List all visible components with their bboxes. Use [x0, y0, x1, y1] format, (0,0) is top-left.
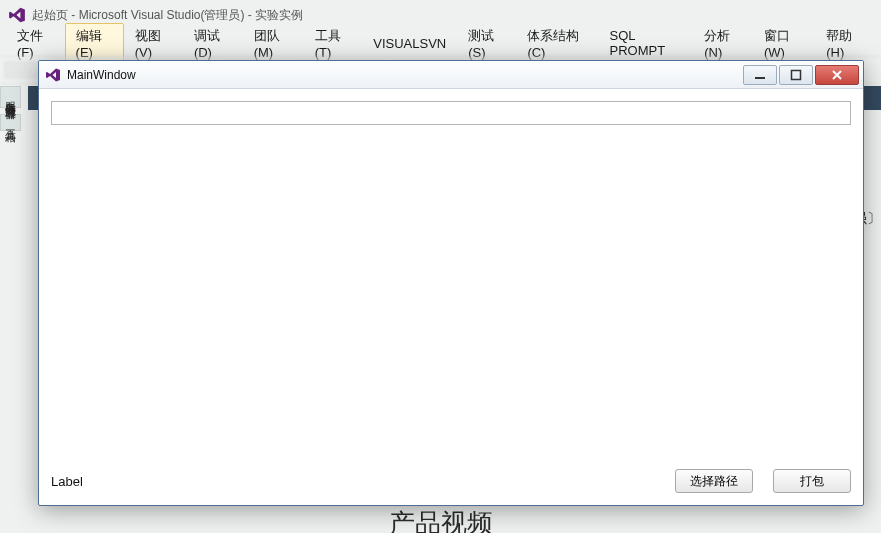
select-path-button[interactable]: 选择路径: [675, 469, 753, 493]
dialog-body: Label 选择路径 打包: [39, 89, 863, 505]
dialog-bottom-row: Label 选择路径 打包: [51, 457, 851, 493]
menu-visualsvn[interactable]: VISUALSVN: [362, 32, 457, 55]
path-label: Label: [51, 474, 83, 489]
dialog-titlebar[interactable]: MainWindow: [39, 61, 863, 89]
minimize-button[interactable]: [743, 65, 777, 85]
vs-title-text: 起始页 - Microsoft Visual Studio(管理员) - 实验实…: [32, 7, 303, 24]
maximize-icon: [790, 69, 802, 81]
pack-button[interactable]: 打包: [773, 469, 851, 493]
path-input[interactable]: [51, 101, 851, 125]
dialog-title: MainWindow: [67, 68, 743, 82]
close-icon: [831, 69, 843, 81]
maximize-button[interactable]: [779, 65, 813, 85]
main-window-dialog: MainWindow Label 选择路径 打包: [38, 60, 864, 506]
minimize-icon: [754, 69, 766, 81]
background-heading: 产品视频: [389, 506, 493, 533]
vs-logo-icon: [8, 6, 26, 24]
side-tab-server-explorer[interactable]: 服务器资源管理器: [0, 86, 21, 108]
side-tab-toolbox[interactable]: 工具箱: [0, 114, 21, 131]
close-button[interactable]: [815, 65, 859, 85]
svg-rect-1: [792, 70, 801, 79]
vs-logo-icon: [45, 67, 61, 83]
svg-rect-0: [755, 77, 765, 79]
vs-menubar: 文件(F) 编辑(E) 视图(V) 调试(D) 团队(M) 工具(T) VISU…: [0, 30, 881, 56]
vs-side-tabs: 服务器资源管理器 工具箱: [0, 86, 24, 533]
